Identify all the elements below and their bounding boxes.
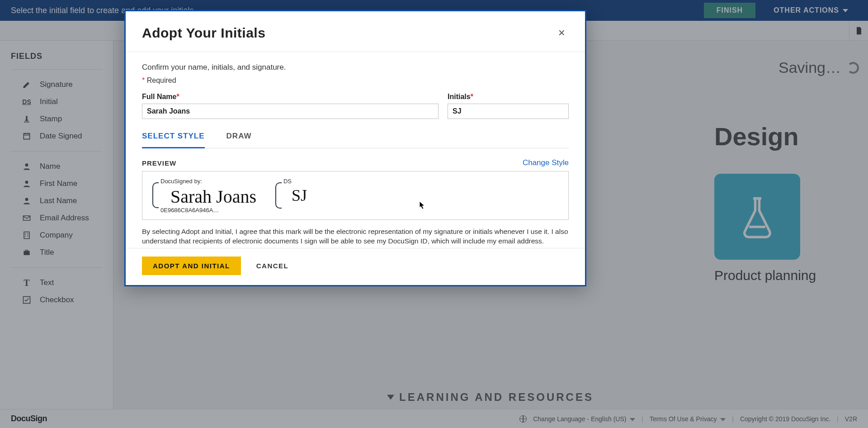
signature-hash: 0E9686C8A6A946A…	[159, 207, 221, 214]
modal-body: Confirm your name, initials, and signatu…	[126, 52, 585, 246]
tab-draw[interactable]: DRAW	[226, 127, 252, 148]
modal-lead: Confirm your name, initials, and signatu…	[142, 63, 569, 72]
modal-title: Adopt Your Initials	[142, 25, 265, 41]
initials-label: Initials*	[448, 93, 569, 101]
bracket-icon	[275, 182, 282, 209]
tab-select-style[interactable]: SELECT STYLE	[142, 127, 205, 148]
fullname-label-text: Full Name	[142, 93, 176, 100]
fullname-input[interactable]	[142, 104, 439, 119]
change-style-link[interactable]: Change Style	[523, 158, 569, 167]
style-tabs: SELECT STYLE DRAW	[142, 127, 569, 148]
initials-input[interactable]	[448, 104, 569, 119]
initials-text: SJ	[286, 181, 311, 210]
signature-preview: DocuSigned by: Sarah Joans 0E9686C8A6A94…	[152, 178, 264, 213]
signature-text: Sarah Joans	[163, 181, 261, 210]
cancel-button[interactable]: CANCEL	[256, 262, 289, 270]
modal-header: Adopt Your Initials ×	[126, 11, 585, 52]
initials-label-text: Initials	[448, 93, 471, 100]
preview-label: PREVIEW	[142, 159, 176, 167]
fullname-label: Full Name*	[142, 93, 439, 101]
disclaimer-text: By selecting Adopt and Initial, I agree …	[142, 227, 569, 246]
initials-preview: DS SJ	[275, 178, 314, 213]
docusigned-by-label: DocuSigned by:	[159, 178, 204, 185]
adopt-initials-modal: Adopt Your Initials × Confirm your name,…	[124, 10, 586, 286]
modal-footer: ADOPT AND INITIAL CANCEL	[126, 248, 585, 285]
bracket-icon	[152, 182, 159, 208]
required-label: Required	[147, 76, 176, 84]
adopt-and-initial-button[interactable]: ADOPT AND INITIAL	[142, 257, 241, 275]
ds-label: DS	[282, 178, 293, 185]
required-note: * Required	[142, 76, 569, 85]
close-button[interactable]: ×	[555, 24, 569, 42]
preview-box: DocuSigned by: Sarah Joans 0E9686C8A6A94…	[142, 171, 569, 220]
